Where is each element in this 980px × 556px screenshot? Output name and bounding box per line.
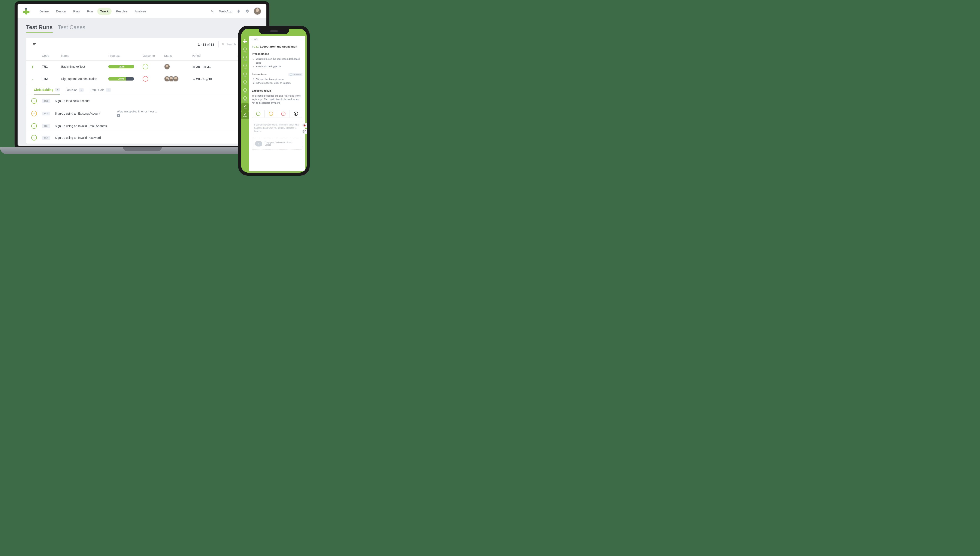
nav-track[interactable]: Track [97, 8, 111, 15]
instruction-item: In the dropdown, Click on Logout. [256, 81, 302, 85]
chevron-right-icon[interactable]: ❯ [31, 65, 42, 68]
topbar: Define Design Plan Run Track Resolve Ana… [18, 4, 266, 18]
outcome-neutral-button[interactable]: ·· [265, 110, 277, 118]
rail-tc7[interactable]: TC7 [241, 95, 249, 103]
phone-notch [259, 29, 289, 34]
phone-frame: TC1 TC2 TC3 TC4 TC5 TC6 TC7 TC8 TC11 ‹ B… [238, 26, 310, 176]
outcome-neutral-icon: ·· [31, 111, 37, 116]
runs-panel: 1 - 13 of 13 Search... Code Name Progres… [26, 38, 258, 144]
tester-tab-chris[interactable]: Chris Balding7 [34, 88, 60, 95]
table-header: Code Name Progress Outcome Users Period … [26, 51, 258, 61]
outcome-happy-icon: ⌣ [31, 135, 37, 141]
case-title: TC11Logout from the Application [249, 42, 305, 50]
tab-test-runs[interactable]: Test Runs [26, 24, 53, 32]
note-textarea[interactable]: If something went wrong, remember to tel… [252, 121, 302, 135]
case-row[interactable]: ⌣ TC4 Sign-up using an Invalid Password … [26, 132, 258, 144]
phone-main: ‹ Back TC11Logout from the Application P… [249, 36, 305, 171]
page-tabs: Test Runs Test Cases [18, 18, 266, 32]
nav-plan[interactable]: Plan [70, 8, 83, 15]
preconditions-heading: Preconditions [252, 52, 302, 55]
case-row[interactable]: ⌣ TC3 Sign-up using an Invalid Email Add… [26, 120, 258, 132]
phone-rail: TC1 TC2 TC3 TC4 TC5 TC6 TC7 TC8 TC11 [241, 29, 249, 173]
nav-analyze[interactable]: Analyze [132, 8, 149, 15]
user-avatar [164, 64, 170, 70]
nav-define[interactable]: Define [36, 8, 52, 15]
back-button[interactable]: ‹ Back [252, 38, 258, 40]
tester-tabs: Chris Balding7 Jan Klos9 Frank Cole3 [26, 85, 258, 95]
add-note-icon[interactable]: + [117, 114, 120, 117]
tester-tab-frank[interactable]: Frank Cole3 [90, 88, 111, 95]
period: Jul 28 – Jul 31 [192, 65, 228, 68]
rail-tc3[interactable]: TC3 [241, 63, 249, 70]
laptop-screen: Define Design Plan Run Track Resolve Ana… [15, 1, 270, 149]
app-logo[interactable] [23, 8, 29, 15]
precondition-item: You should be logged in [256, 65, 302, 68]
outcome-happy-icon: ⌣ [31, 123, 37, 129]
main-nav: Define Design Plan Run Track Resolve Ana… [36, 8, 149, 15]
case-note: Word misspelled in error mess...+ [117, 110, 194, 117]
case-row[interactable]: ·· TC2 Sign-up using an Existing Account… [26, 107, 258, 120]
phone-screen: TC1 TC2 TC3 TC4 TC5 TC6 TC7 TC8 TC11 ‹ B… [241, 29, 307, 173]
expected-text: You should be logged out and redirected … [252, 94, 302, 105]
nav-resolve[interactable]: Resolve [113, 8, 131, 15]
precondition-item: You must be on the application dashboard… [256, 57, 302, 65]
rail-tc11[interactable]: TC11 [241, 112, 249, 119]
chevron-down-icon[interactable]: ⌄ [31, 77, 42, 81]
search-placeholder: Search... [226, 43, 238, 46]
outcome-selector: ⌣ ·· ⌢ ◐ [252, 110, 302, 118]
gear-icon[interactable] [245, 9, 249, 13]
search-icon[interactable] [210, 9, 215, 13]
nav-design[interactable]: Design [53, 8, 69, 15]
run-row-tr2[interactable]: ⌄ TR2 Sign-up and Authentication 70.4% ⌢… [26, 73, 258, 85]
upload-dropzone[interactable]: Drop your file here or click to upload [252, 138, 302, 150]
rail-tc4[interactable]: TC4 [241, 71, 249, 78]
context-label[interactable]: Web App [219, 10, 232, 13]
outcome-sad-icon: ⌢ [143, 76, 148, 82]
upload-icon [255, 141, 262, 147]
pencil-icon [244, 105, 247, 108]
rail-tc2[interactable]: TC2 [241, 54, 249, 62]
filter-icon[interactable] [31, 41, 37, 47]
rail-tc6[interactable]: TC6 [241, 87, 249, 95]
rail-tc5[interactable]: TC5 [241, 79, 249, 87]
bug-icon[interactable]: 🐞 [302, 123, 305, 128]
user-avatars [164, 76, 192, 82]
search-icon [222, 43, 224, 46]
progress-bar: 70.4% [108, 77, 134, 81]
nav-run[interactable]: Run [84, 8, 96, 15]
run-row-tr1[interactable]: ❯ TR1 Basic Smoke Test 100% ⌣ Jul 28 – J… [26, 61, 258, 73]
outcome-sad-button[interactable]: ⌢ [277, 110, 290, 118]
outcome-happy-button[interactable]: ⌣ [252, 110, 265, 118]
progress-bar: 100% [108, 65, 134, 68]
duration-badge: 🕐 1 minutes [289, 73, 302, 76]
outcome-happy-icon: ⌣ [143, 64, 148, 70]
expected-heading: Expected result [252, 89, 302, 92]
period: Jul 28 – Aug 10 [192, 77, 228, 81]
outcome-happy-icon: ⌣ [31, 98, 37, 103]
pencil-icon [244, 113, 247, 116]
instruction-item: Click on the Account menu. [256, 78, 302, 81]
tester-tab-jan[interactable]: Jan Klos9 [66, 88, 84, 95]
chat-icon[interactable]: 💬 [302, 129, 305, 134]
rail-tc1[interactable]: TC1 [241, 46, 249, 54]
case-row[interactable]: ⌣ TC1 Sign-up for a New Account 7 days a… [26, 95, 258, 107]
bell-icon[interactable] [236, 9, 241, 13]
rail-logo[interactable] [241, 37, 249, 45]
outcome-other-button[interactable]: ◐ [290, 110, 302, 118]
pagination: 1 - 13 of 13 [198, 43, 214, 46]
menu-icon[interactable] [300, 38, 303, 40]
rail-tc8[interactable]: TC8 [241, 103, 249, 111]
tab-test-cases[interactable]: Test Cases [58, 24, 86, 32]
user-avatar[interactable] [253, 7, 261, 15]
